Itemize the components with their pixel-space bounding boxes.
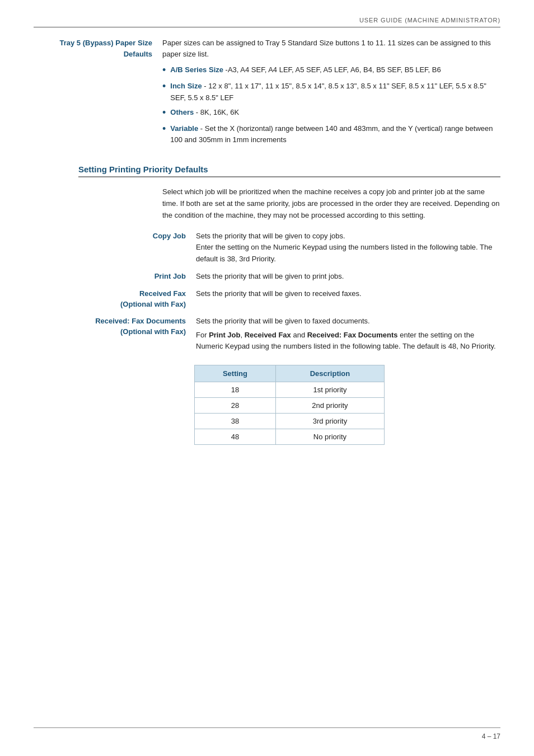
bullet-val: - Set the X (horizontal) range between 1… bbox=[170, 124, 493, 144]
table-header-row: Setting Description bbox=[195, 365, 385, 382]
section-heading-wrapper: Setting Printing Priority Defaults bbox=[78, 165, 500, 177]
table-cell-setting: 38 bbox=[195, 414, 276, 429]
bullet-content: Inch Size - 12 x 8", 11 x 17", 11 x 15",… bbox=[170, 81, 500, 103]
faxdocs-bold1: Print Job bbox=[209, 331, 240, 339]
priority-content-line1: Sets the priority that will be given to … bbox=[196, 231, 500, 242]
faxdocs-bold3: Received: Fax Documents bbox=[307, 331, 398, 339]
priority-label-col-print: Print Job bbox=[78, 271, 196, 283]
priority-section: Select which job will be prioritized whe… bbox=[78, 186, 500, 353]
priority-content-copy: Sets the priority that will be given to … bbox=[196, 231, 500, 265]
bullet-content: Variable - Set the X (horizontal) range … bbox=[170, 123, 500, 145]
priority-row-faxdocs: Received: Fax Documents (Optional with F… bbox=[78, 316, 500, 353]
table-row: 48No priority bbox=[195, 429, 385, 445]
list-item: • Others - 8K, 16K, 6K bbox=[162, 107, 500, 120]
tray5-bullet-list: • A/B Series Size -A3, A4 SEF, A4 LEF, A… bbox=[162, 64, 500, 145]
faxdocs-prefix: For bbox=[196, 331, 209, 339]
priority-content-faxdocs-part1: Sets the priority that will be given to … bbox=[196, 316, 500, 327]
bullet-val: -A3, A4 SEF, A4 LEF, A5 SEF, A5 LEF, A6,… bbox=[223, 65, 441, 74]
priority-content-line2: Enter the setting on the Numeric Keypad … bbox=[196, 242, 500, 265]
tray5-intro: Paper sizes can be assigned to Tray 5 St… bbox=[162, 37, 500, 60]
priority-label-receivedfax-line2: (Optional with Fax) bbox=[78, 299, 186, 310]
priority-content-faxdocs-part2: For Print Job, Received Fax and Received… bbox=[196, 330, 500, 353]
table-cell-description: 1st priority bbox=[275, 382, 384, 398]
bullet-key: Variable bbox=[170, 124, 198, 133]
priority-content-print: Sets the priority that will be given to … bbox=[196, 271, 500, 283]
priority-content-receivedfax-line1: Sets the priority that will be given to … bbox=[196, 288, 500, 300]
bullet-dot: • bbox=[162, 106, 166, 120]
priority-table: Setting Description 181st priority282nd … bbox=[194, 365, 385, 445]
list-item: • A/B Series Size -A3, A4 SEF, A4 LEF, A… bbox=[162, 64, 500, 77]
table-row: 181st priority bbox=[195, 382, 385, 398]
tray5-label-line2: Defaults bbox=[34, 49, 152, 60]
tray5-label-col: Tray 5 (Bypass) Paper Size Defaults bbox=[34, 37, 162, 149]
priority-label-faxdocs-line1: Received: Fax Documents bbox=[78, 316, 186, 327]
tray5-label-line1: Tray 5 (Bypass) Paper Size bbox=[34, 37, 152, 49]
priority-label-col-receivedfax: Received Fax (Optional with Fax) bbox=[78, 288, 196, 310]
table-cell-description: 3rd priority bbox=[275, 414, 384, 429]
priority-table-wrapper: Setting Description 181st priority282nd … bbox=[78, 365, 500, 445]
bullet-dot: • bbox=[162, 63, 166, 77]
table-cell-setting: 48 bbox=[195, 429, 276, 445]
priority-row-print: Print Job Sets the priority that will be… bbox=[78, 271, 500, 283]
bullet-key: Inch Size bbox=[170, 82, 202, 90]
bullet-content: A/B Series Size -A3, A4 SEF, A4 LEF, A5 … bbox=[170, 64, 441, 76]
bullet-val: - 12 x 8", 11 x 17", 11 x 15", 8.5 x 14"… bbox=[170, 82, 486, 101]
table-row: 282nd priority bbox=[195, 398, 385, 414]
faxdocs-mid1: , bbox=[240, 331, 244, 339]
table-cell-setting: 18 bbox=[195, 382, 276, 398]
bullet-key: A/B Series Size bbox=[170, 65, 223, 74]
table-row: 383rd priority bbox=[195, 414, 385, 429]
list-item: • Variable - Set the X (horizontal) rang… bbox=[162, 123, 500, 145]
priority-label-copy: Copy Job bbox=[153, 232, 186, 240]
table-header-setting: Setting bbox=[195, 365, 276, 382]
bullet-dot: • bbox=[162, 122, 166, 136]
priority-label-col-copy: Copy Job bbox=[78, 231, 196, 265]
priority-content-receivedfax: Sets the priority that will be given to … bbox=[196, 288, 500, 310]
priority-intro: Select which job will be prioritized whe… bbox=[162, 186, 500, 221]
table-cell-setting: 28 bbox=[195, 398, 276, 414]
priority-label-faxdocs-line2: (Optional with Fax) bbox=[78, 326, 186, 337]
bullet-dot: • bbox=[162, 79, 166, 93]
bullet-content: Others - 8K, 16K, 6K bbox=[170, 107, 239, 118]
priority-content-print-line1: Sets the priority that will be given to … bbox=[196, 271, 500, 283]
bullet-key: Others bbox=[170, 108, 194, 116]
table-cell-description: 2nd priority bbox=[275, 398, 384, 414]
priority-label-col-faxdocs: Received: Fax Documents (Optional with F… bbox=[78, 316, 196, 353]
table-cell-description: No priority bbox=[275, 429, 384, 445]
footer: 4 – 17 bbox=[34, 727, 500, 740]
header-bar: User Guide (Machine Administrator) bbox=[34, 17, 500, 27]
header-title: User Guide (Machine Administrator) bbox=[359, 17, 500, 24]
faxdocs-mid2: and bbox=[291, 331, 307, 339]
list-item: • Inch Size - 12 x 8", 11 x 17", 11 x 15… bbox=[162, 81, 500, 103]
priority-content-faxdocs: Sets the priority that will be given to … bbox=[196, 316, 500, 353]
priority-label-receivedfax-line1: Received Fax bbox=[78, 288, 186, 299]
tray5-section: Tray 5 (Bypass) Paper Size Defaults Pape… bbox=[34, 37, 500, 149]
section-heading: Setting Printing Priority Defaults bbox=[78, 165, 208, 174]
tray5-content-col: Paper sizes can be assigned to Tray 5 St… bbox=[162, 37, 500, 149]
priority-label-print: Print Job bbox=[154, 272, 186, 280]
footer-page-number: 4 – 17 bbox=[482, 732, 500, 740]
bullet-val: - 8K, 16K, 6K bbox=[194, 108, 239, 116]
faxdocs-bold2: Received Fax bbox=[245, 331, 291, 339]
table-header-description: Description bbox=[275, 365, 384, 382]
priority-row-receivedfax: Received Fax (Optional with Fax) Sets th… bbox=[78, 288, 500, 310]
page: User Guide (Machine Administrator) Tray … bbox=[0, 0, 534, 756]
priority-row-copy: Copy Job Sets the priority that will be … bbox=[78, 231, 500, 265]
